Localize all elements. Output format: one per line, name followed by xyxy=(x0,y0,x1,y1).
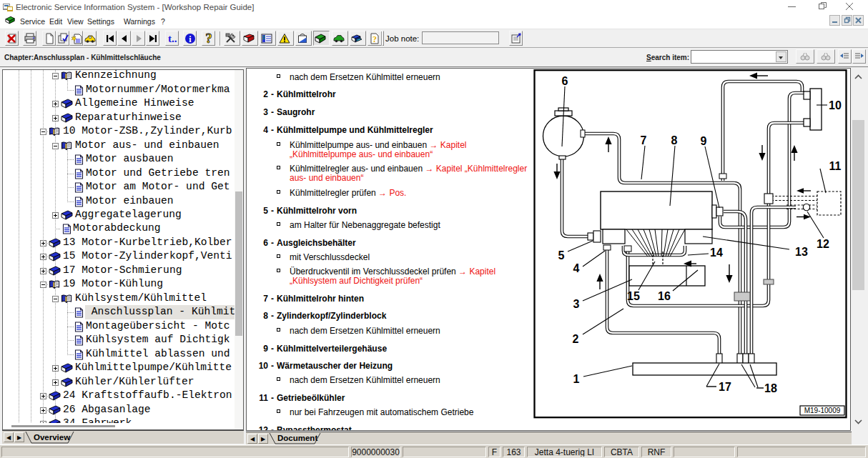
svg-text:9: 9 xyxy=(701,135,707,147)
svg-text:?: ? xyxy=(205,33,212,44)
svg-text:12: 12 xyxy=(817,238,829,250)
svg-text:15: 15 xyxy=(627,290,640,302)
svg-text:6: 6 xyxy=(562,75,568,87)
svg-text:1: 1 xyxy=(573,373,580,385)
svg-text:4: 4 xyxy=(573,262,580,274)
svg-text:8: 8 xyxy=(671,134,678,146)
svg-text:17: 17 xyxy=(719,381,731,393)
svg-text:3: 3 xyxy=(573,298,580,310)
svg-text:16: 16 xyxy=(658,290,671,302)
svg-text:?: ? xyxy=(373,34,377,44)
svg-text:2: 2 xyxy=(573,333,579,345)
svg-text:t..: t.. xyxy=(168,33,177,44)
svg-text:M19-10009: M19-10009 xyxy=(804,407,841,414)
svg-text:18: 18 xyxy=(764,382,777,394)
svg-text:5: 5 xyxy=(558,249,565,262)
svg-text:14: 14 xyxy=(710,247,723,259)
svg-text:7: 7 xyxy=(641,134,647,146)
svg-text:13: 13 xyxy=(795,246,808,258)
svg-text:10: 10 xyxy=(829,99,842,111)
svg-text:11: 11 xyxy=(829,160,842,172)
